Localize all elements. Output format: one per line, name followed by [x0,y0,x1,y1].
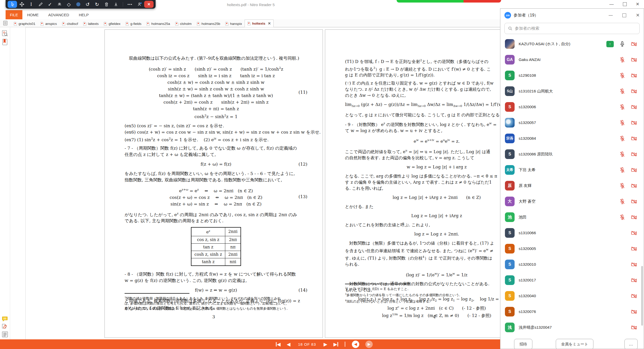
tab-laltexts[interactable]: laltexts [81,20,101,27]
camera-off-icon[interactable] [631,214,637,220]
view-back-button[interactable]: ◀ [352,341,359,348]
camera-off-icon[interactable] [631,293,637,299]
menu-file[interactable]: FILE [6,10,22,19]
comments-icon[interactable] [2,316,8,323]
mic-off-icon[interactable] [619,120,625,126]
menu-help[interactable]: HELP [74,10,94,19]
camera-off-icon[interactable] [631,309,637,315]
tab-anspics[interactable]: anspics [38,20,59,27]
camera-off-icon[interactable] [631,183,637,189]
move-icon[interactable] [17,1,26,8]
trash-icon[interactable] [102,1,111,8]
camera-off-icon[interactable] [631,57,637,63]
participant-row[interactable]: Ss1320086 原田陸玖 [500,146,644,162]
redo-icon[interactable]: ↻ [92,1,102,8]
panel-close-button[interactable]: ✕ [636,12,640,18]
screen-share-indicator[interactable] [397,0,501,3]
menu-advanced[interactable]: ADVANCED [43,10,74,19]
mic-off-icon[interactable] [619,72,625,79]
invite-button[interactable]: 招待 [514,339,532,349]
maximize-button[interactable] [623,2,627,6]
participant-row[interactable]: S山s1310216 山岡航大 [500,83,644,99]
participant-row[interactable]: GAGaku ANZAI [500,52,644,68]
mic-off-icon[interactable] [619,88,625,94]
participant-row[interactable]: 大大野 蒼空 [500,194,644,209]
mic-off-icon[interactable] [619,151,625,157]
participant-row[interactable]: Ss1320040 [500,288,644,304]
participant-row[interactable]: Ss1290108 [500,68,644,83]
camera-off-icon[interactable] [631,277,637,283]
mute-all-button[interactable]: 全員をミュート [556,339,593,349]
mic-off-icon[interactable] [619,183,625,189]
mic-off-icon[interactable] [619,167,625,173]
panel-maximize-button[interactable] [622,13,626,17]
participant-row[interactable]: Ss1320076 [500,304,644,320]
participant-row[interactable]: Ss1320010 [500,257,644,272]
tab-holtexts[interactable]: holtexts✕ [245,20,274,27]
mic-off-icon[interactable] [619,135,625,142]
camera-off-icon[interactable] [631,261,637,268]
tab-graphcls01[interactable]: graphcls01 [11,20,38,27]
camera-off-icon[interactable] [631,135,637,142]
tab-list-icon[interactable] [2,20,9,26]
camera-off-icon[interactable] [631,230,637,236]
participant-row[interactable]: Ss1320005 [500,241,644,257]
camera-off-icon[interactable] [631,88,637,94]
select-cursor-icon[interactable] [8,1,17,8]
view-forward-button[interactable]: ▶ [365,341,373,348]
close-button[interactable]: ✕ [636,2,639,7]
mic-off-icon[interactable] [619,198,625,205]
color-swatch[interactable] [73,1,83,8]
undo-icon[interactable]: ↺ [83,1,92,8]
participant-row[interactable]: 池池田 [500,209,644,225]
mic-off-icon[interactable] [619,104,625,110]
tab-clsholm[interactable]: clsholm [173,20,194,27]
next-page-button[interactable]: ▶ [324,342,327,347]
tab-holmans25a[interactable]: holmans25a [144,20,173,27]
camera-off-icon[interactable] [631,324,637,331]
last-page-button[interactable]: ▶ [333,342,338,347]
panel-minimize-button[interactable]: — [609,13,613,18]
mic-off-icon[interactable] [619,57,625,63]
participant-row[interactable]: Ss1320006 [500,99,644,115]
camera-off-icon[interactable] [631,72,637,79]
participant-search-input[interactable]: 参加者の検索 [504,23,640,34]
participant-row[interactable]: 原原 友輝 [500,178,644,194]
attachments-icon[interactable] [2,323,8,330]
tab-close-icon[interactable]: ✕ [268,21,271,25]
camera-off-icon[interactable] [631,41,637,47]
participant-row[interactable]: 宗吾s1320084 [500,131,644,146]
search-document-icon[interactable] [2,30,8,37]
menu-home[interactable]: HOME [22,10,43,19]
check-stamp-icon[interactable]: ✓ [45,1,55,8]
text-tool-icon[interactable]: I [26,1,36,8]
camera-off-icon[interactable] [631,104,637,110]
first-page-button[interactable]: ◀ [276,342,281,347]
camera-off-icon[interactable] [631,198,637,205]
spotlight-icon[interactable] [55,1,64,8]
tab-clsdiscf[interactable]: clsdiscf [59,20,81,27]
bookmarks-icon[interactable] [2,39,8,45]
tab-holmans25b[interactable]: holmans25b [194,20,223,27]
participant-row[interactable]: s1320057 [500,115,644,131]
mic-off-icon[interactable] [619,214,625,220]
previous-page-button[interactable]: ◀ [287,342,291,347]
tab-gfieldex[interactable]: gfieldex [101,20,123,27]
participant-row[interactable]: KAZUTO ASAI (ホスト, 自分)↑ [500,36,644,52]
participant-row[interactable]: Ss1310066 [500,225,644,241]
camera-off-icon[interactable] [631,151,637,157]
camera-off-icon[interactable] [631,167,637,173]
tab-hanspix[interactable]: hanspix [223,20,245,27]
minimize-button[interactable]: — [609,2,614,7]
draw-pen-icon[interactable] [36,1,45,8]
camera-off-icon[interactable] [631,120,637,126]
participants-icon[interactable] [135,1,144,8]
eraser-icon[interactable]: ◇ [64,1,73,8]
save-icon[interactable] [111,1,121,8]
tab-g-fields[interactable]: g-fields [123,20,144,27]
pages-list-icon[interactable] [2,331,8,338]
camera-off-icon[interactable] [631,246,637,252]
participant-row[interactable]: 太希下坊 太希 [500,162,644,178]
participant-row[interactable]: Ss1320017 [500,272,644,288]
participant-row[interactable]: 浅浅井晴彦s1320047 [500,320,644,335]
